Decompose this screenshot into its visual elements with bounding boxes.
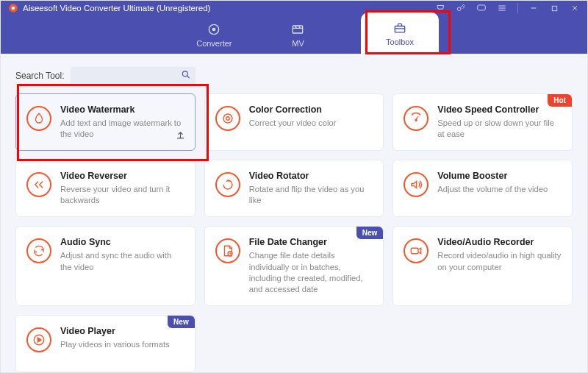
tool-title: Video Watermark <box>60 104 184 115</box>
search-input[interactable] <box>71 67 196 85</box>
titlebar-top: Aiseesoft Video Converter Ultimate (Unre… <box>1 1 587 15</box>
svg-point-12 <box>182 71 187 77</box>
tool-desc: Adjust and sync the audio with the video <box>60 250 184 272</box>
tool-desc: Record video/audio in high quality on yo… <box>437 250 562 272</box>
color-correction-icon <box>215 106 240 131</box>
tool-card-rotator[interactable]: Video Rotator Rotate and flip the video … <box>204 160 384 217</box>
tool-title: Video Reverser <box>60 171 184 181</box>
watermark-icon <box>26 106 51 131</box>
tool-card-audio-sync[interactable]: Audio Sync Adjust and sync the audio wit… <box>15 226 196 305</box>
svg-point-15 <box>415 119 417 121</box>
tool-desc: Change file date details individually or… <box>249 250 373 294</box>
svg-point-3 <box>442 10 443 12</box>
tab-toolbox[interactable]: Toolbox <box>361 13 439 54</box>
app-logo-icon <box>8 3 18 13</box>
svg-point-4 <box>457 7 461 11</box>
tool-title: Video/Audio Recorder <box>437 237 562 247</box>
svg-rect-9 <box>293 26 303 33</box>
chat-icon[interactable] <box>476 3 487 13</box>
main-tabs: Converter MV Collage Toolbox <box>1 15 587 54</box>
toolbox-icon <box>392 21 407 35</box>
tool-title: Volume Booster <box>437 171 562 181</box>
maximize-button[interactable] <box>549 3 559 13</box>
tab-converter[interactable]: Converter <box>189 18 239 52</box>
hot-badge: Hot <box>548 94 572 107</box>
reverser-icon <box>26 172 51 197</box>
speed-icon <box>404 106 429 131</box>
upload-icon[interactable] <box>175 129 186 143</box>
logo: Aiseesoft Video Converter Ultimate (Unre… <box>8 3 210 13</box>
search-label: Search Tool: <box>15 71 65 81</box>
tab-label: Converter <box>196 39 232 48</box>
tool-desc: Play videos in various formats <box>60 339 184 350</box>
svg-point-2 <box>438 10 440 12</box>
title-icons <box>435 3 580 13</box>
tool-title: Video Rotator <box>249 171 373 181</box>
tool-card-reverser[interactable]: Video Reverser Reverse your video and tu… <box>15 160 196 217</box>
tool-desc: Adjust the volume of the video <box>437 184 562 195</box>
titlebar: Aiseesoft Video Converter Ultimate (Unre… <box>1 1 587 54</box>
cart-icon[interactable] <box>435 3 445 13</box>
tool-title: Audio Sync <box>60 237 184 247</box>
tab-label: Toolbox <box>386 38 414 46</box>
tool-card-recorder[interactable]: Video/Audio Recorder Record video/audio … <box>392 226 573 305</box>
tool-desc: Speed up or slow down your file at ease <box>437 118 562 140</box>
content-area: Search Tool: Video Watermark Add text an… <box>1 54 587 372</box>
mv-icon <box>290 22 305 37</box>
svg-point-13 <box>223 114 232 123</box>
tool-card-file-date-changer[interactable]: New File Date Changer Change file date d… <box>204 226 384 305</box>
svg-point-1 <box>12 7 15 10</box>
tool-desc: Reverse your video and turn it backwards <box>60 184 184 206</box>
close-button[interactable] <box>570 3 580 13</box>
svg-point-8 <box>213 28 215 30</box>
tool-desc: Add text and image watermark to the vide… <box>60 118 184 140</box>
audio-sync-icon <box>26 238 51 263</box>
search-row: Search Tool: <box>15 67 573 85</box>
minimize-button[interactable] <box>528 3 539 13</box>
key-icon[interactable] <box>456 3 466 13</box>
app-window: Aiseesoft Video Converter Ultimate (Unre… <box>0 0 588 373</box>
app-title: Aiseesoft Video Converter Ultimate (Unre… <box>23 4 210 13</box>
volume-icon <box>404 172 429 197</box>
tool-title: Video Speed Controller <box>437 104 562 115</box>
tab-label: MV <box>292 39 304 48</box>
tab-mv[interactable]: MV <box>283 18 312 52</box>
recorder-icon <box>404 238 429 263</box>
tool-grid: Video Watermark Add text and image water… <box>15 93 573 372</box>
tool-card-color-correction[interactable]: Color Correction Correct your video colo… <box>204 93 384 151</box>
tool-desc: Correct your video color <box>249 118 373 129</box>
file-date-icon <box>215 238 240 263</box>
player-icon <box>26 327 51 352</box>
tool-desc: Rotate and flip the video as you like <box>249 184 373 206</box>
tool-card-video-watermark[interactable]: Video Watermark Add text and image water… <box>15 93 196 151</box>
svg-rect-6 <box>552 6 556 10</box>
converter-icon <box>207 22 221 37</box>
tool-card-volume-booster[interactable]: Volume Booster Adjust the volume of the … <box>392 160 573 217</box>
svg-point-14 <box>226 117 229 121</box>
menu-icon[interactable] <box>497 3 507 13</box>
search-icon[interactable] <box>181 70 191 82</box>
tool-card-video-player[interactable]: New Video Player Play videos in various … <box>15 315 196 372</box>
tool-title: Color Correction <box>249 104 373 115</box>
tool-title: Video Player <box>60 326 184 336</box>
rotator-icon <box>215 172 240 197</box>
tool-title: File Date Changer <box>249 237 373 247</box>
new-badge: New <box>356 227 384 239</box>
svg-rect-11 <box>395 26 404 32</box>
new-badge: New <box>168 316 195 328</box>
svg-rect-17 <box>412 249 419 255</box>
search-wrap <box>71 67 196 85</box>
tool-card-speed-controller[interactable]: Hot Video Speed Controller Speed up or s… <box>392 93 573 151</box>
